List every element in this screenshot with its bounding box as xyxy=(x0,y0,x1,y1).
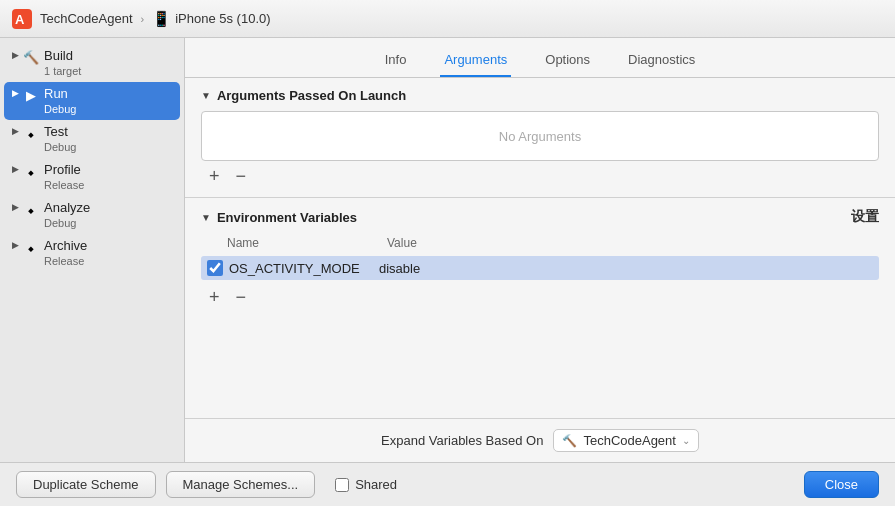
expand-vars-row: Expand Variables Based On 🔨 TechCodeAgen… xyxy=(185,418,895,462)
sidebar-test-sub: Debug xyxy=(44,141,76,154)
env-row-checkbox[interactable] xyxy=(207,260,223,276)
sidebar-item-archive[interactable]: ▶ ⬥ Archive Release xyxy=(4,234,180,272)
sidebar-item-analyze[interactable]: ▶ ⬥ Analyze Debug xyxy=(4,196,180,234)
arguments-section-title: Arguments Passed On Launch xyxy=(217,88,406,103)
expand-arrow-test-icon: ▶ xyxy=(12,126,19,136)
env-col-name-header: Name xyxy=(227,236,387,250)
arguments-add-button[interactable]: + xyxy=(205,167,224,185)
sidebar-archive-label: Archive xyxy=(44,238,87,255)
env-add-remove-row: + − xyxy=(201,282,879,308)
device-icon: 📱 xyxy=(152,10,171,28)
sidebar-build-label: Build xyxy=(44,48,81,65)
expand-vars-label: Expand Variables Based On xyxy=(381,433,543,448)
titlebar: A TechCodeAgent › 📱 iPhone 5s (10.0) xyxy=(0,0,895,38)
shared-label: Shared xyxy=(355,477,397,492)
app-name-label: TechCodeAgent xyxy=(40,11,133,26)
panel-body: ▼ Arguments Passed On Launch No Argument… xyxy=(185,78,895,418)
tab-info[interactable]: Info xyxy=(381,48,411,77)
shared-row: Shared xyxy=(335,477,397,492)
env-col-value-header: Value xyxy=(387,236,879,250)
env-section-title: Environment Variables xyxy=(217,210,357,225)
tab-diagnostics[interactable]: Diagnostics xyxy=(624,48,699,77)
right-panel: Info Arguments Options Diagnostics ▼ Arg… xyxy=(185,38,895,462)
expand-arrow-icon: ▶ xyxy=(12,50,19,60)
build-icon: 🔨 xyxy=(23,49,39,65)
analyze-icon: ⬥ xyxy=(23,201,39,217)
settings-chinese-label: 设置 xyxy=(851,208,879,226)
sidebar-item-profile[interactable]: ▶ ⬥ Profile Release xyxy=(4,158,180,196)
expand-arrow-analyze-icon: ▶ xyxy=(12,202,19,212)
sidebar: ▶ 🔨 Build 1 target ▶ ▶ Run Debug ▶ ⬥ Tes… xyxy=(0,38,185,462)
sidebar-analyze-sub: Debug xyxy=(44,217,90,230)
archive-icon: ⬥ xyxy=(23,239,39,255)
env-table-header: Name Value xyxy=(201,234,879,254)
test-icon: ⬥ xyxy=(23,125,39,141)
arguments-add-remove-row: + − xyxy=(201,161,879,187)
shared-checkbox[interactable] xyxy=(335,478,349,492)
manage-schemes-button[interactable]: Manage Schemes... xyxy=(166,471,316,498)
expand-arrow-archive-icon: ▶ xyxy=(12,240,19,250)
xcode-logo-icon: A xyxy=(12,9,32,29)
expand-vars-selected: TechCodeAgent xyxy=(583,433,676,448)
run-icon: ▶ xyxy=(23,87,39,103)
main-content: ▶ 🔨 Build 1 target ▶ ▶ Run Debug ▶ ⬥ Tes… xyxy=(0,38,895,462)
device-selector[interactable]: 📱 iPhone 5s (10.0) xyxy=(152,10,270,28)
expand-arrow-profile-icon: ▶ xyxy=(12,164,19,174)
arguments-section: ▼ Arguments Passed On Launch No Argument… xyxy=(185,78,895,198)
tab-arguments[interactable]: Arguments xyxy=(440,48,511,77)
sidebar-build-sub: 1 target xyxy=(44,65,81,78)
env-vars-section: ▼ Environment Variables 设置 Name Value OS… xyxy=(185,198,895,318)
tab-options[interactable]: Options xyxy=(541,48,594,77)
sidebar-run-sub: Debug xyxy=(44,103,76,116)
chevron-down-icon: ⌄ xyxy=(682,435,690,446)
env-remove-button[interactable]: − xyxy=(232,288,251,306)
expand-arrow-run-icon: ▶ xyxy=(12,88,19,98)
env-add-button[interactable]: + xyxy=(205,288,224,306)
sidebar-test-label: Test xyxy=(44,124,76,141)
sidebar-archive-sub: Release xyxy=(44,255,87,268)
env-section-header: ▼ Environment Variables 设置 xyxy=(201,208,879,226)
bottom-bar: Duplicate Scheme Manage Schemes... Share… xyxy=(0,462,895,506)
arguments-section-header: ▼ Arguments Passed On Launch xyxy=(201,88,879,103)
arguments-toggle-icon[interactable]: ▼ xyxy=(201,90,211,101)
sidebar-run-label: Run xyxy=(44,86,76,103)
sidebar-item-run[interactable]: ▶ ▶ Run Debug xyxy=(4,82,180,120)
env-toggle-icon[interactable]: ▼ xyxy=(201,212,211,223)
no-arguments-text: No Arguments xyxy=(499,129,581,144)
arguments-area: No Arguments xyxy=(201,111,879,161)
device-name-label: iPhone 5s (10.0) xyxy=(175,11,270,26)
arguments-remove-button[interactable]: − xyxy=(232,167,251,185)
sidebar-analyze-label: Analyze xyxy=(44,200,90,217)
svg-text:A: A xyxy=(15,12,25,27)
sidebar-profile-label: Profile xyxy=(44,162,84,179)
env-table-row[interactable]: OS_ACTIVITY_MODE disable xyxy=(201,256,879,280)
profile-icon: ⬥ xyxy=(23,163,39,179)
tab-bar: Info Arguments Options Diagnostics xyxy=(185,38,895,78)
sidebar-profile-sub: Release xyxy=(44,179,84,192)
close-button[interactable]: Close xyxy=(804,471,879,498)
env-row-value: disable xyxy=(379,261,873,276)
breadcrumb-chevron: › xyxy=(141,13,145,25)
sidebar-item-build[interactable]: ▶ 🔨 Build 1 target xyxy=(4,44,180,82)
expand-vars-select[interactable]: 🔨 TechCodeAgent ⌄ xyxy=(553,429,699,452)
xcode-logo-small-icon: 🔨 xyxy=(562,434,577,448)
sidebar-item-test[interactable]: ▶ ⬥ Test Debug xyxy=(4,120,180,158)
env-row-name: OS_ACTIVITY_MODE xyxy=(229,261,379,276)
duplicate-scheme-button[interactable]: Duplicate Scheme xyxy=(16,471,156,498)
